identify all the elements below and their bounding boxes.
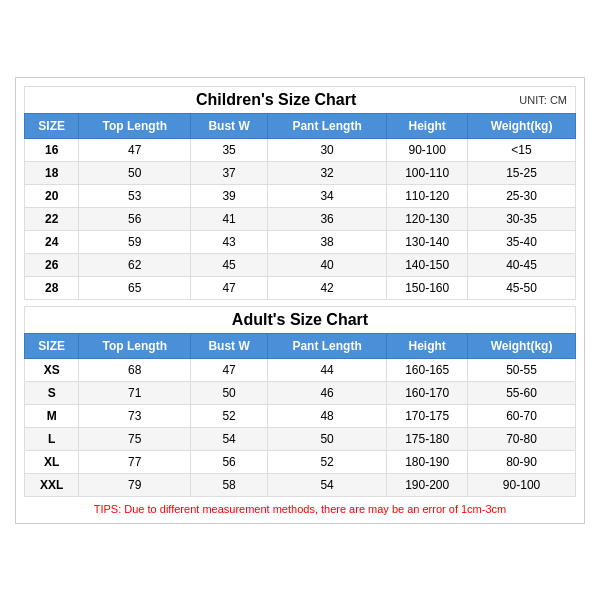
table-cell: 160-170 xyxy=(387,381,468,404)
table-cell: 79 xyxy=(79,473,191,496)
table-cell: 180-190 xyxy=(387,450,468,473)
table-row: L755450175-18070-80 xyxy=(25,427,576,450)
children-size-table: SIZE Top Length Bust W Pant Length Heigh… xyxy=(24,113,576,300)
table-cell: 53 xyxy=(79,184,191,207)
table-cell: S xyxy=(25,381,79,404)
table-cell: 28 xyxy=(25,276,79,299)
table-cell: 45-50 xyxy=(468,276,576,299)
table-cell: 54 xyxy=(191,427,268,450)
table-cell: XS xyxy=(25,358,79,381)
table-cell: 47 xyxy=(191,276,268,299)
adult-table-header-row: SIZE Top Length Bust W Pant Length Heigh… xyxy=(25,333,576,358)
table-cell: 77 xyxy=(79,450,191,473)
table-cell: 42 xyxy=(267,276,386,299)
children-chart-header: Children's Size Chart UNIT: CM xyxy=(24,86,576,113)
table-cell: 50 xyxy=(267,427,386,450)
table-cell: 41 xyxy=(191,207,268,230)
col-top-length: Top Length xyxy=(79,113,191,138)
table-row: 1647353090-100<15 xyxy=(25,138,576,161)
table-row: S715046160-17055-60 xyxy=(25,381,576,404)
table-cell: 45 xyxy=(191,253,268,276)
adult-table-body: XS684744160-16550-55S715046160-17055-60M… xyxy=(25,358,576,496)
table-cell: 30-35 xyxy=(468,207,576,230)
adult-col-top-length: Top Length xyxy=(79,333,191,358)
table-row: XL775652180-19080-90 xyxy=(25,450,576,473)
table-cell: 100-110 xyxy=(387,161,468,184)
table-row: 28654742150-16045-50 xyxy=(25,276,576,299)
table-cell: 80-90 xyxy=(468,450,576,473)
table-cell: 70-80 xyxy=(468,427,576,450)
table-cell: 75 xyxy=(79,427,191,450)
table-cell: 35 xyxy=(191,138,268,161)
col-weight: Weight(kg) xyxy=(468,113,576,138)
table-cell: 38 xyxy=(267,230,386,253)
table-cell: 175-180 xyxy=(387,427,468,450)
children-unit-label: UNIT: CM xyxy=(519,94,567,106)
table-cell: 50 xyxy=(79,161,191,184)
table-cell: 40-45 xyxy=(468,253,576,276)
table-cell: 15-25 xyxy=(468,161,576,184)
table-cell: 71 xyxy=(79,381,191,404)
table-cell: 59 xyxy=(79,230,191,253)
table-row: XXL795854190-20090-100 xyxy=(25,473,576,496)
table-cell: 55-60 xyxy=(468,381,576,404)
table-cell: 16 xyxy=(25,138,79,161)
table-cell: M xyxy=(25,404,79,427)
table-cell: 47 xyxy=(191,358,268,381)
table-cell: 56 xyxy=(79,207,191,230)
table-cell: 25-30 xyxy=(468,184,576,207)
table-cell: <15 xyxy=(468,138,576,161)
table-cell: 24 xyxy=(25,230,79,253)
table-cell: 54 xyxy=(267,473,386,496)
table-cell: 18 xyxy=(25,161,79,184)
table-cell: L xyxy=(25,427,79,450)
table-cell: 52 xyxy=(191,404,268,427)
table-cell: 20 xyxy=(25,184,79,207)
adult-col-size: SIZE xyxy=(25,333,79,358)
table-cell: XXL xyxy=(25,473,79,496)
table-cell: 48 xyxy=(267,404,386,427)
table-cell: 26 xyxy=(25,253,79,276)
table-cell: 40 xyxy=(267,253,386,276)
table-cell: 110-120 xyxy=(387,184,468,207)
table-row: M735248170-17560-70 xyxy=(25,404,576,427)
table-cell: 39 xyxy=(191,184,268,207)
table-cell: 90-100 xyxy=(387,138,468,161)
table-cell: 34 xyxy=(267,184,386,207)
adult-col-weight: Weight(kg) xyxy=(468,333,576,358)
table-cell: 22 xyxy=(25,207,79,230)
table-row: 22564136120-13030-35 xyxy=(25,207,576,230)
table-cell: 65 xyxy=(79,276,191,299)
table-cell: 37 xyxy=(191,161,268,184)
col-size: SIZE xyxy=(25,113,79,138)
table-cell: 68 xyxy=(79,358,191,381)
table-cell: 32 xyxy=(267,161,386,184)
children-table-body: 1647353090-100<1518503732100-11015-25205… xyxy=(25,138,576,299)
adult-col-pant-length: Pant Length xyxy=(267,333,386,358)
table-cell: 47 xyxy=(79,138,191,161)
table-cell: 190-200 xyxy=(387,473,468,496)
table-cell: 62 xyxy=(79,253,191,276)
table-cell: 170-175 xyxy=(387,404,468,427)
table-row: 18503732100-11015-25 xyxy=(25,161,576,184)
size-chart-container: Children's Size Chart UNIT: CM SIZE Top … xyxy=(15,77,585,524)
table-cell: XL xyxy=(25,450,79,473)
table-cell: 50-55 xyxy=(468,358,576,381)
table-row: 26624540140-15040-45 xyxy=(25,253,576,276)
table-cell: 43 xyxy=(191,230,268,253)
table-cell: 160-165 xyxy=(387,358,468,381)
table-cell: 58 xyxy=(191,473,268,496)
col-height: Height xyxy=(387,113,468,138)
children-table-header-row: SIZE Top Length Bust W Pant Length Heigh… xyxy=(25,113,576,138)
table-cell: 44 xyxy=(267,358,386,381)
adult-size-table: SIZE Top Length Bust W Pant Length Heigh… xyxy=(24,333,576,497)
table-cell: 30 xyxy=(267,138,386,161)
children-chart-title: Children's Size Chart xyxy=(33,91,519,109)
tips-text: TIPS: Due to different measurement metho… xyxy=(24,503,576,515)
adult-chart-header: Adult's Size Chart xyxy=(24,306,576,333)
table-row: 20533934110-12025-30 xyxy=(25,184,576,207)
table-cell: 120-130 xyxy=(387,207,468,230)
table-cell: 50 xyxy=(191,381,268,404)
table-row: XS684744160-16550-55 xyxy=(25,358,576,381)
table-cell: 130-140 xyxy=(387,230,468,253)
